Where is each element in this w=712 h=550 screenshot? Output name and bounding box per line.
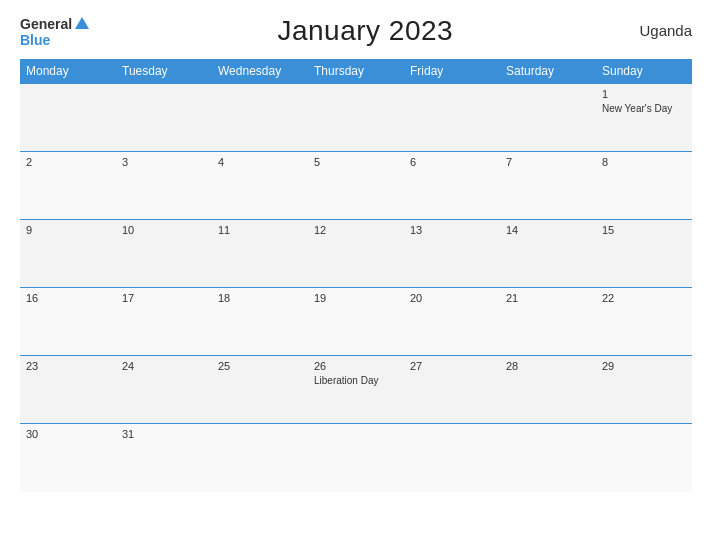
week-row-0: 1New Year's Day	[20, 84, 692, 152]
day-number: 23	[26, 360, 110, 372]
day-event: Liberation Day	[314, 374, 398, 387]
calendar-cell	[212, 424, 308, 492]
weekday-header-friday: Friday	[404, 59, 500, 84]
calendar-table: MondayTuesdayWednesdayThursdayFridaySatu…	[20, 59, 692, 492]
weekday-header-saturday: Saturday	[500, 59, 596, 84]
calendar-cell: 12	[308, 220, 404, 288]
day-number: 16	[26, 292, 110, 304]
week-row-4: 23242526Liberation Day272829	[20, 356, 692, 424]
weekday-header-tuesday: Tuesday	[116, 59, 212, 84]
day-number: 19	[314, 292, 398, 304]
calendar-cell: 2	[20, 152, 116, 220]
day-number: 20	[410, 292, 494, 304]
day-number: 30	[26, 428, 110, 440]
week-row-5: 3031	[20, 424, 692, 492]
day-number: 9	[26, 224, 110, 236]
weekday-header-thursday: Thursday	[308, 59, 404, 84]
day-number: 1	[602, 88, 686, 100]
calendar-cell: 27	[404, 356, 500, 424]
calendar-cell: 21	[500, 288, 596, 356]
calendar-cell: 24	[116, 356, 212, 424]
day-number: 6	[410, 156, 494, 168]
calendar-cell: 6	[404, 152, 500, 220]
day-number: 5	[314, 156, 398, 168]
calendar-cell: 8	[596, 152, 692, 220]
logo: General Blue	[20, 15, 91, 47]
day-number: 11	[218, 224, 302, 236]
calendar-cell: 30	[20, 424, 116, 492]
day-number: 8	[602, 156, 686, 168]
calendar-cell	[500, 84, 596, 152]
day-number: 22	[602, 292, 686, 304]
day-number: 25	[218, 360, 302, 372]
country-label: Uganda	[639, 22, 692, 39]
day-number: 29	[602, 360, 686, 372]
day-number: 28	[506, 360, 590, 372]
logo-icon	[73, 15, 91, 33]
day-number: 15	[602, 224, 686, 236]
calendar-cell: 16	[20, 288, 116, 356]
header: General Blue January 2023 Uganda	[20, 15, 692, 47]
calendar-cell: 20	[404, 288, 500, 356]
calendar-cell: 4	[212, 152, 308, 220]
country-block: Uganda	[639, 22, 692, 40]
calendar-page: General Blue January 2023 Uganda MondayT…	[0, 0, 712, 550]
calendar-cell: 28	[500, 356, 596, 424]
calendar-cell: 7	[500, 152, 596, 220]
calendar-title: January 2023	[277, 15, 453, 46]
day-number: 14	[506, 224, 590, 236]
weekday-header-monday: Monday	[20, 59, 116, 84]
calendar-cell: 29	[596, 356, 692, 424]
calendar-cell: 23	[20, 356, 116, 424]
day-number: 2	[26, 156, 110, 168]
calendar-cell	[212, 84, 308, 152]
logo-blue: Blue	[20, 33, 50, 47]
calendar-cell	[20, 84, 116, 152]
day-number: 27	[410, 360, 494, 372]
calendar-cell: 17	[116, 288, 212, 356]
calendar-cell: 25	[212, 356, 308, 424]
calendar-cell: 5	[308, 152, 404, 220]
calendar-cell: 10	[116, 220, 212, 288]
calendar-cell	[596, 424, 692, 492]
weekday-header-sunday: Sunday	[596, 59, 692, 84]
calendar-cell: 26Liberation Day	[308, 356, 404, 424]
weekday-header-wednesday: Wednesday	[212, 59, 308, 84]
day-number: 17	[122, 292, 206, 304]
svg-marker-0	[75, 17, 89, 29]
calendar-cell: 9	[20, 220, 116, 288]
week-row-3: 16171819202122	[20, 288, 692, 356]
day-number: 24	[122, 360, 206, 372]
title-block: January 2023	[91, 15, 639, 47]
calendar-cell: 19	[308, 288, 404, 356]
calendar-cell	[308, 424, 404, 492]
calendar-cell: 15	[596, 220, 692, 288]
week-row-2: 9101112131415	[20, 220, 692, 288]
day-number: 12	[314, 224, 398, 236]
calendar-cell: 22	[596, 288, 692, 356]
day-number: 7	[506, 156, 590, 168]
logo-general: General	[20, 17, 72, 31]
day-number: 3	[122, 156, 206, 168]
day-number: 26	[314, 360, 398, 372]
week-row-1: 2345678	[20, 152, 692, 220]
calendar-cell	[308, 84, 404, 152]
day-number: 31	[122, 428, 206, 440]
calendar-cell: 3	[116, 152, 212, 220]
day-number: 21	[506, 292, 590, 304]
calendar-cell: 1New Year's Day	[596, 84, 692, 152]
calendar-cell: 11	[212, 220, 308, 288]
calendar-cell	[404, 424, 500, 492]
weekday-header-row: MondayTuesdayWednesdayThursdayFridaySatu…	[20, 59, 692, 84]
calendar-cell: 14	[500, 220, 596, 288]
calendar-cell: 18	[212, 288, 308, 356]
calendar-cell: 13	[404, 220, 500, 288]
day-number: 4	[218, 156, 302, 168]
day-number: 10	[122, 224, 206, 236]
day-number: 18	[218, 292, 302, 304]
calendar-cell	[404, 84, 500, 152]
calendar-cell	[500, 424, 596, 492]
calendar-cell: 31	[116, 424, 212, 492]
day-event: New Year's Day	[602, 102, 686, 115]
calendar-cell	[116, 84, 212, 152]
